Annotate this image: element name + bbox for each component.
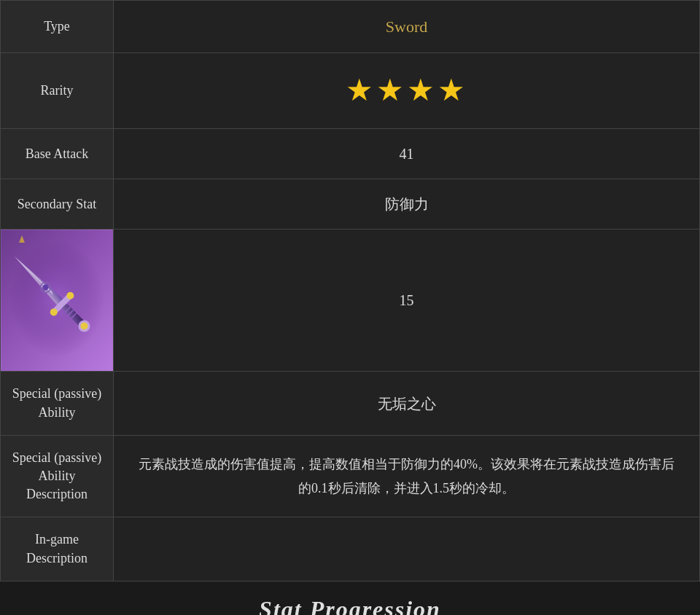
- label-type: Type: [1, 1, 114, 53]
- spike: [19, 235, 25, 243]
- label-special-passive-desc: Special (passive) Ability Description: [1, 435, 114, 517]
- bottom-title: Stat Progression: [259, 596, 441, 615]
- table-row: In-game Description: [1, 517, 700, 581]
- label-special-passive: Special (passive) Ability: [1, 372, 114, 435]
- label-base-attack: Base Attack: [1, 129, 114, 179]
- value-rarity: ★★★★: [114, 53, 700, 129]
- value-special-passive-desc: 元素战技造成的伤害值提高，提高数值相当于防御力的40%。该效果将在元素战技造成伤…: [114, 435, 700, 517]
- stars-display: ★★★★: [346, 74, 468, 107]
- table-row: 15: [1, 230, 700, 372]
- sword-illustration: [6, 232, 108, 367]
- value-base-attack: 41: [114, 129, 700, 179]
- value-secondary-stat: 防御力: [114, 179, 700, 230]
- label-ingame-desc: In-game Description: [1, 517, 114, 581]
- table-row: Rarity ★★★★: [1, 53, 700, 129]
- table-row: Type Sword: [1, 1, 700, 53]
- label-rarity: Rarity: [1, 53, 114, 129]
- table-row: Special (passive) Ability Description 元素…: [1, 435, 700, 517]
- weapon-image-cell: [1, 230, 114, 372]
- table-row: Special (passive) Ability 无垢之心: [1, 372, 700, 435]
- page-wrapper: Type Sword Rarity ★★★★ Base Attack 41 Se…: [0, 0, 700, 615]
- info-table: Type Sword Rarity ★★★★ Base Attack 41 Se…: [0, 0, 700, 581]
- value-special-passive: 无垢之心: [114, 372, 700, 435]
- value-secondary-stat-value: 15: [114, 230, 700, 372]
- table-row: Secondary Stat 防御力: [1, 179, 700, 230]
- bottom-section: Stat Progression: [0, 581, 700, 615]
- label-secondary-stat: Secondary Stat: [1, 179, 114, 230]
- value-type: Sword: [114, 1, 700, 53]
- table-row: Base Attack 41: [1, 129, 700, 179]
- value-ingame-desc: [114, 517, 700, 581]
